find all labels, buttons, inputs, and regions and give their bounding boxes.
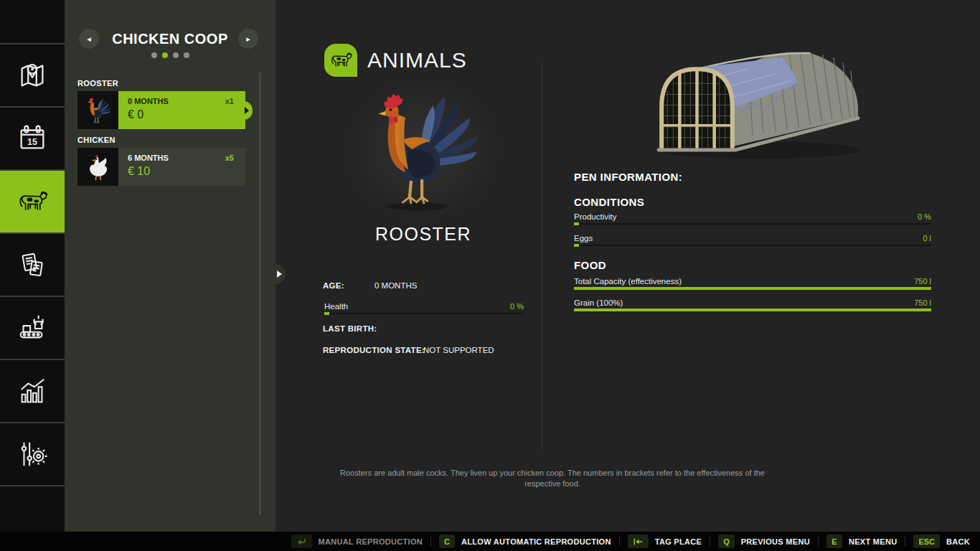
rail-filler — [0, 486, 65, 532]
page-dot[interactable] — [162, 52, 168, 58]
item-age: 6 MONTHS — [128, 154, 169, 162]
arrow-right-icon — [277, 270, 282, 278]
item-count: x1 — [225, 97, 234, 105]
arrow-right-icon: ▸ — [246, 34, 250, 44]
main-content: ANIMALS ROOSTER AGE: 0 MONTHS Health 0 %… — [275, 0, 980, 532]
action-back[interactable]: ESC BACK — [913, 534, 970, 548]
enter-icon — [296, 537, 307, 546]
bar-track — [324, 313, 524, 314]
rooster-thumb — [77, 91, 118, 129]
page-dot[interactable] — [184, 52, 189, 58]
sidebar-item-settings[interactable] — [0, 423, 65, 485]
item-price: € 10 — [128, 165, 234, 178]
calendar-icon: 15 — [16, 122, 49, 155]
settings-icon — [16, 438, 49, 471]
list-item-info: 0 MONTHS x1 € 0 — [118, 91, 245, 129]
eggs-bar — [574, 244, 931, 247]
total-capacity-bar — [574, 287, 931, 290]
calendar-day-label: 15 — [27, 137, 37, 147]
action-label: MANUAL REPRODUCTION — [319, 537, 423, 546]
action-next-menu[interactable]: E NEXT MENU — [826, 534, 897, 548]
action-tag-place[interactable]: TAG PLACE — [628, 534, 702, 548]
action-previous-menu[interactable]: Q PREVIOUS MENU — [718, 534, 810, 548]
map-icon — [16, 59, 49, 92]
contracts-icon — [16, 248, 49, 281]
pen-title: CHICKEN COOP — [89, 31, 251, 47]
page-dot[interactable] — [151, 52, 157, 58]
item-age: 0 MONTHS — [128, 97, 169, 105]
list-item-info: 6 MONTHS x5 € 10 — [118, 148, 245, 186]
q-key: Q — [718, 534, 735, 548]
food-label: Grain (100%) — [574, 298, 623, 307]
e-key: E — [826, 534, 842, 548]
food-heading: FOOD — [574, 259, 606, 271]
bar-track — [574, 223, 931, 225]
page-title: ANIMALS — [367, 44, 467, 77]
age-value: 0 MONTHS — [374, 281, 417, 290]
esc-key: ESC — [913, 534, 940, 548]
separator — [619, 537, 620, 546]
chicken-icon — [83, 151, 114, 183]
separator — [905, 537, 905, 546]
last-birth-label: LAST BIRTH: — [323, 324, 377, 333]
health-label: Health — [324, 302, 348, 311]
condition-label: Productivity — [574, 212, 616, 221]
reproduction-label: REPRODUCTION STATE: — [323, 346, 425, 354]
conditions-heading: CONDITIONS — [574, 196, 644, 208]
item-count: x5 — [225, 154, 234, 162]
action-allow-automatic-reproduction[interactable]: C ALLOW AUTOMATIC REPRODUCTION — [439, 534, 611, 548]
sidebar-item-statistics[interactable] — [0, 360, 65, 422]
bar-fill — [574, 309, 931, 311]
chicken-thumb — [77, 148, 118, 186]
bar-fill — [574, 222, 579, 225]
action-manual-reproduction[interactable]: MANUAL REPRODUCTION — [291, 534, 423, 548]
sidebar-item-calendar[interactable]: 15 — [0, 108, 65, 169]
health-bar — [324, 312, 524, 315]
tab-key — [628, 534, 649, 548]
animals-icon — [329, 48, 353, 72]
food-value: 750 l — [914, 298, 931, 307]
action-label: NEXT MENU — [849, 537, 897, 546]
separator — [818, 537, 819, 546]
list-scrollbar[interactable] — [259, 72, 261, 515]
next-pen-button[interactable]: ▸ — [238, 29, 258, 49]
c-key: C — [439, 534, 455, 548]
health-value: 0 % — [510, 302, 524, 311]
sidebar-item-animals[interactable] — [0, 171, 65, 232]
sidebar-item-contracts[interactable] — [0, 234, 65, 296]
page-dot[interactable] — [173, 52, 179, 58]
group-label-rooster: ROOSTER — [77, 79, 118, 88]
rooster-image — [355, 81, 491, 217]
animals-header-tile — [324, 44, 357, 77]
sidebar-item-map[interactable] — [0, 44, 65, 106]
item-price: € 0 — [128, 108, 234, 121]
pen-info-heading: PEN INFORMATION: — [574, 171, 682, 183]
selected-item-bump — [235, 101, 253, 120]
animal-portrait — [344, 76, 502, 222]
group-label-chicken: CHICKEN — [77, 136, 116, 144]
list-item-rooster[interactable]: 0 MONTHS x1 € 0 — [77, 91, 245, 129]
column-divider — [542, 61, 542, 448]
bar-fill — [324, 312, 329, 315]
tab-icon — [633, 537, 644, 546]
bar-track — [574, 245, 931, 246]
page-dots — [65, 52, 275, 58]
condition-label: Eggs — [574, 234, 593, 242]
panel-collapse-tab[interactable] — [265, 264, 286, 284]
action-label: PREVIOUS MENU — [741, 537, 810, 546]
sidebar-item-production[interactable] — [0, 297, 65, 359]
age-label: AGE: — [323, 281, 344, 290]
condition-value: 0 % — [918, 212, 931, 221]
reproduction-value: NOT SUPPORTED — [423, 346, 494, 354]
rooster-icon — [83, 95, 114, 126]
grain-bar — [574, 309, 931, 311]
sidebar-rail: 15 — [0, 0, 65, 532]
list-item-chicken[interactable]: 6 MONTHS x5 € 10 — [77, 148, 245, 186]
animal-description: Roosters are adult male cocks. They live… — [323, 468, 782, 490]
bar-fill — [574, 287, 931, 290]
separator — [430, 537, 431, 546]
animals-icon — [16, 185, 49, 218]
action-label: TAG PLACE — [655, 537, 702, 546]
keybind-bar: MANUAL REPRODUCTION C ALLOW AUTOMATIC RE… — [0, 532, 980, 551]
separator — [710, 537, 710, 546]
